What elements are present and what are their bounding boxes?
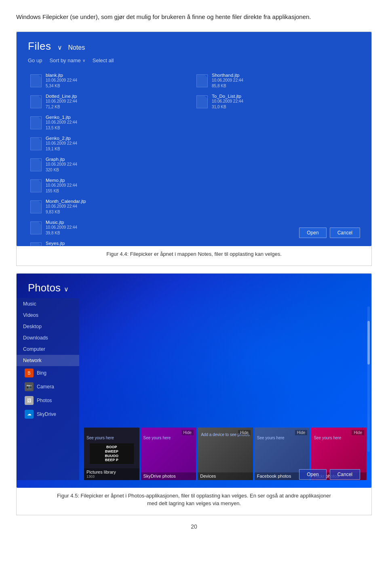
cancel-button[interactable]: Cancel bbox=[330, 469, 360, 480]
figure-2-caption: Figur 4.5: Filepicker er åpnet i Photos-… bbox=[17, 492, 371, 508]
open-button[interactable]: Open bbox=[299, 469, 326, 480]
hide-label[interactable]: Hide bbox=[352, 430, 364, 435]
file-icon bbox=[30, 116, 42, 129]
list-item[interactable]: Memo.jtp 10.06.2009 22:44155 KB bbox=[28, 176, 194, 196]
file-icon bbox=[30, 158, 42, 171]
hide-label[interactable]: Hide bbox=[181, 430, 194, 435]
fp1-title-chevron-icon[interactable]: ∨ bbox=[57, 44, 62, 51]
fp2-title-chevron-icon[interactable]: ∨ bbox=[64, 285, 69, 293]
fp1-title: Files bbox=[28, 40, 51, 53]
file-icon bbox=[30, 179, 42, 192]
list-item[interactable]: Genko_2.jtp 10.06.2009 22:4419,1 KB bbox=[28, 134, 194, 154]
list-item[interactable]: Graph.jtp 10.06.2009 22:44320 KB bbox=[28, 155, 194, 175]
bing-icon: B bbox=[25, 369, 34, 377]
file-icon bbox=[30, 137, 42, 150]
sidebar-item-camera[interactable]: 📷 Camera bbox=[17, 380, 79, 394]
file-icon bbox=[196, 74, 208, 87]
sidebar-item-downloads[interactable]: Downloads bbox=[17, 332, 79, 344]
tile-label: SkyDrive photos bbox=[141, 472, 196, 480]
file-icon bbox=[30, 221, 42, 234]
sidebar-item-desktop[interactable]: Desktop bbox=[17, 321, 79, 332]
file-icon bbox=[30, 95, 42, 108]
file-icon bbox=[30, 200, 42, 213]
figure-1-block: Files ∨ Notes Go up Sort by name ∨ Selec… bbox=[16, 32, 372, 266]
select-all-button[interactable]: Select all bbox=[93, 57, 114, 63]
see-yours-text: See yours here bbox=[86, 436, 114, 440]
hide-label[interactable]: Hide bbox=[295, 430, 308, 435]
figure-2-block: Photos ∨ Music Videos Desktop Downloads … bbox=[16, 273, 372, 515]
list-item[interactable]: Music.jtp 10.06.2009 22:4439,8 KB bbox=[28, 218, 194, 238]
list-item[interactable]: Shorthand.jtp 10.06.2009 22:4485,8 KB bbox=[194, 71, 360, 91]
list-item[interactable]: Genko_1.jtp 10.06.2009 22:4413,5 KB bbox=[28, 113, 194, 133]
sidebar-item-bing[interactable]: B Bing bbox=[17, 366, 79, 380]
sidebar-item-computer[interactable]: Computer bbox=[17, 344, 79, 355]
fp1-toolbar: Go up Sort by name ∨ Select all bbox=[17, 57, 371, 67]
sidebar-item-music[interactable]: Music bbox=[17, 298, 79, 310]
see-yours-text: See yours here bbox=[257, 436, 285, 440]
tile-label: Devices bbox=[198, 472, 253, 480]
list-item[interactable]: Month_Calendar.jtp 10.06.2009 22:449,83 … bbox=[28, 197, 194, 217]
tile-pictures-library[interactable]: BOOPBWEEPBUUOOBEEP P See yours here Pict… bbox=[84, 428, 139, 480]
fp2-content: Music Videos Desktop Downloads Computer … bbox=[17, 298, 371, 480]
filepicker-1: Files ∨ Notes Go up Sort by name ∨ Selec… bbox=[17, 32, 371, 246]
intro-text: Windows Filepicker (se under), som gjør … bbox=[16, 12, 372, 22]
fp1-files-area: blank.jtp 10.06.2009 22:445,34 KB Dotted… bbox=[17, 67, 371, 246]
see-yours-text: See yours here bbox=[143, 436, 171, 440]
figure-1-caption: Figur 4.4: Filepicker er åpnet i mappen … bbox=[17, 250, 371, 258]
fp1-buttons: Open Cancel bbox=[299, 228, 360, 238]
sidebar-item-network[interactable]: Network bbox=[17, 355, 79, 366]
file-icon bbox=[196, 95, 208, 108]
fp2-header: Photos ∨ bbox=[17, 274, 371, 298]
go-up-button[interactable]: Go up bbox=[28, 57, 42, 63]
filepicker-2: Photos ∨ Music Videos Desktop Downloads … bbox=[17, 274, 371, 488]
fp2-main: BOOPBWEEPBUUOOBEEP P See yours here Pict… bbox=[79, 298, 371, 480]
skydrive-icon: ☁ bbox=[25, 410, 34, 419]
file-icon bbox=[30, 242, 42, 246]
cancel-button[interactable]: Cancel bbox=[330, 228, 360, 238]
fp2-sidebar: Music Videos Desktop Downloads Computer … bbox=[17, 298, 79, 480]
list-item[interactable]: To_Do_List.jtp 10.06.2009 22:4431,0 KB bbox=[194, 92, 360, 112]
sidebar-item-skydrive[interactable]: ☁ SkyDrive bbox=[17, 407, 79, 421]
tile-skydrive-photos[interactable]: Hide See yours here SkyDrive photos bbox=[141, 428, 196, 480]
sidebar-item-photos[interactable]: 🖼 Photos bbox=[17, 394, 79, 407]
fp2-title: Photos bbox=[28, 282, 61, 294]
fp1-header: Files ∨ Notes bbox=[17, 32, 371, 57]
list-item[interactable]: Seyes.jtp 10.06.2009 22:4442,3 KB bbox=[28, 239, 194, 246]
hide-label[interactable]: Hide bbox=[238, 430, 251, 435]
tile-devices[interactable]: Hide Add a device to see photos Devices bbox=[198, 428, 253, 480]
see-yours-text: See yours here bbox=[314, 436, 341, 440]
list-item[interactable]: blank.jtp 10.06.2009 22:445,34 KB bbox=[28, 71, 194, 91]
photos-icon: 🖼 bbox=[25, 396, 34, 405]
file-icon bbox=[30, 74, 42, 87]
fp1-col-1: blank.jtp 10.06.2009 22:445,34 KB Dotted… bbox=[28, 71, 194, 246]
camera-icon: 📷 bbox=[25, 382, 34, 391]
tile-label: Pictures library 1303 bbox=[84, 468, 139, 480]
open-button[interactable]: Open bbox=[299, 228, 326, 238]
fp1-location: Notes bbox=[68, 44, 85, 51]
list-item[interactable]: Dotted_Line.jtp 10.06.2009 22:4471,2 KB bbox=[28, 92, 194, 112]
sort-by-name-button[interactable]: Sort by name ∨ bbox=[49, 57, 85, 63]
page-number: 20 bbox=[16, 523, 372, 530]
sidebar-item-videos[interactable]: Videos bbox=[17, 310, 79, 321]
sort-chevron-icon: ∨ bbox=[82, 58, 85, 63]
fp1-col-2: Shorthand.jtp 10.06.2009 22:4485,8 KB To… bbox=[194, 71, 360, 246]
fp2-buttons: Open Cancel bbox=[299, 469, 360, 480]
